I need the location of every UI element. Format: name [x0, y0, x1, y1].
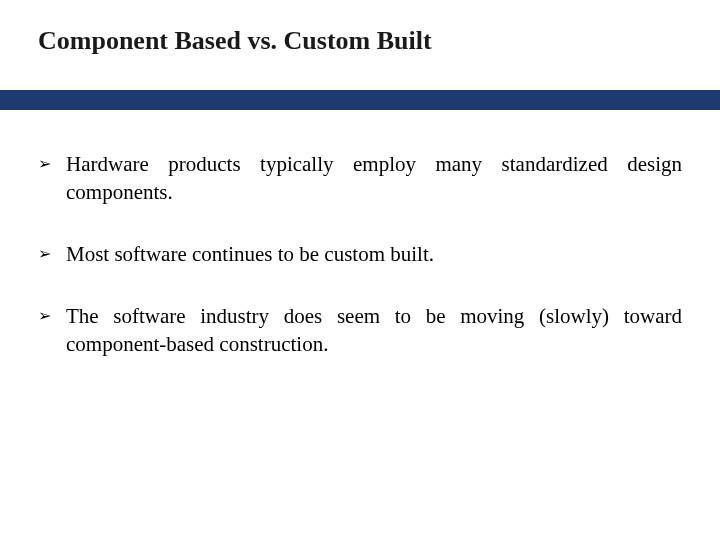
triangle-bullet-icon: ➢: [38, 302, 66, 330]
bullet-list: ➢ Hardware products typically employ man…: [38, 150, 682, 392]
bullet-text: Hardware products typically employ many …: [66, 150, 682, 206]
slide: Component Based vs. Custom Built ➢ Hardw…: [0, 0, 720, 540]
slide-title: Component Based vs. Custom Built: [38, 26, 432, 56]
triangle-bullet-icon: ➢: [38, 240, 66, 268]
divider-bar: [0, 90, 720, 110]
list-item: ➢ The software industry does seem to be …: [38, 302, 682, 358]
bullet-text: Most software continues to be custom bui…: [66, 240, 682, 268]
bullet-text: The software industry does seem to be mo…: [66, 302, 682, 358]
triangle-bullet-icon: ➢: [38, 150, 66, 178]
list-item: ➢ Most software continues to be custom b…: [38, 240, 682, 268]
list-item: ➢ Hardware products typically employ man…: [38, 150, 682, 206]
